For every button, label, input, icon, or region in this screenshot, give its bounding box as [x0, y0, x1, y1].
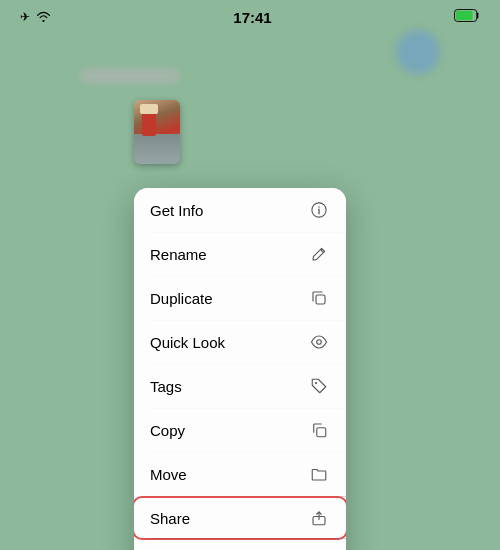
menu-item-copy[interactable]: Copy — [134, 408, 346, 452]
eye-icon — [308, 331, 330, 353]
menu-item-tags[interactable]: Tags — [134, 364, 346, 408]
share-icon — [308, 507, 330, 529]
bg-avatar — [396, 30, 440, 74]
menu-item-get-info[interactable]: Get Info — [134, 188, 346, 232]
status-left: ✈ — [20, 10, 51, 24]
menu-item-duplicate[interactable]: Duplicate — [134, 276, 346, 320]
menu-label-quick-look: Quick Look — [150, 334, 225, 351]
file-thumbnail — [134, 100, 180, 164]
menu-item-quick-look[interactable]: Quick Look — [134, 320, 346, 364]
wifi-icon — [36, 11, 51, 24]
battery-icon — [454, 8, 480, 26]
thumbnail-image — [134, 100, 180, 164]
status-bar: ✈ 17:41 — [0, 0, 500, 30]
status-right — [454, 8, 480, 26]
menu-label-move: Move — [150, 466, 187, 483]
tag-icon — [308, 375, 330, 397]
duplicate-icon — [308, 287, 330, 309]
copy-icon — [308, 419, 330, 441]
menu-label-share: Share — [150, 510, 190, 527]
svg-rect-8 — [317, 428, 326, 437]
menu-item-share[interactable]: Share — [134, 496, 346, 540]
info-icon — [308, 199, 330, 221]
menu-item-delete[interactable]: Delete — [134, 540, 346, 550]
svg-point-6 — [317, 340, 322, 345]
menu-label-get-info: Get Info — [150, 202, 203, 219]
time-display: 17:41 — [233, 9, 271, 26]
svg-point-7 — [315, 382, 317, 384]
menu-item-rename[interactable]: Rename — [134, 232, 346, 276]
folder-icon — [308, 463, 330, 485]
context-menu: Get Info Rename Duplicate — [134, 188, 346, 550]
menu-label-tags: Tags — [150, 378, 182, 395]
bg-name — [80, 68, 180, 84]
menu-label-copy: Copy — [150, 422, 185, 439]
svg-rect-5 — [316, 295, 325, 304]
menu-label-rename: Rename — [150, 246, 207, 263]
svg-rect-1 — [456, 11, 473, 20]
pencil-icon — [308, 243, 330, 265]
menu-label-duplicate: Duplicate — [150, 290, 213, 307]
svg-point-4 — [318, 206, 320, 208]
menu-item-move[interactable]: Move — [134, 452, 346, 496]
airplane-icon: ✈ — [20, 10, 30, 24]
